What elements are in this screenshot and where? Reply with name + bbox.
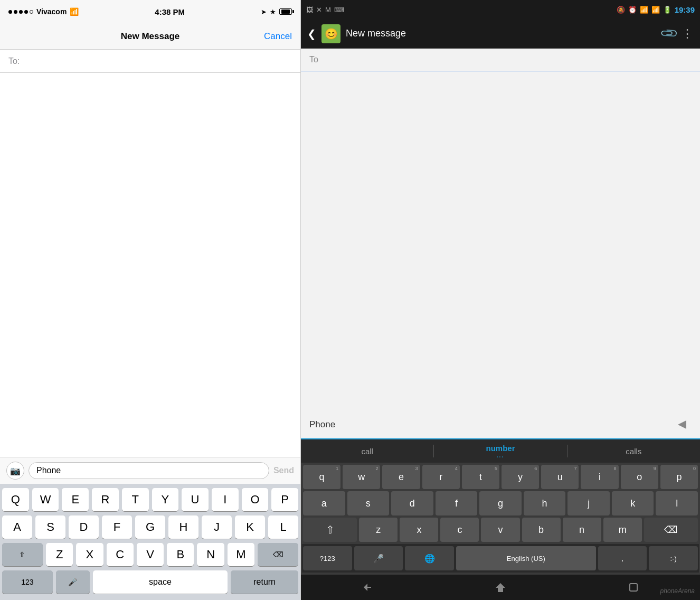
ios-key-row-4: 123 🎤 space return xyxy=(0,570,300,594)
ios-key-c[interactable]: C xyxy=(107,543,134,566)
android-globe-key[interactable]: 🌐 xyxy=(405,546,454,570)
android-mic-key[interactable]: 🎤 xyxy=(354,546,403,570)
ios-cancel-button[interactable]: Cancel xyxy=(264,31,292,42)
android-period-key[interactable]: . xyxy=(598,546,647,570)
ios-mic-key[interactable]: 🎤 xyxy=(56,570,90,594)
android-numbers-key[interactable]: ?123 xyxy=(303,546,352,570)
android-key-h[interactable]: h xyxy=(524,491,566,515)
ios-delete-key[interactable]: ⌫ xyxy=(258,543,298,566)
dot-3 xyxy=(19,10,23,14)
ios-key-r[interactable]: R xyxy=(92,488,119,511)
android-key-i[interactable]: 8i xyxy=(581,465,618,489)
android-key-t[interactable]: 5t xyxy=(462,465,499,489)
android-key-y[interactable]: 6y xyxy=(502,465,539,489)
ios-message-input[interactable] xyxy=(29,462,269,479)
ios-key-x[interactable]: X xyxy=(76,543,103,566)
nav-recent-icon xyxy=(628,582,639,593)
ios-key-u[interactable]: U xyxy=(182,488,209,511)
android-key-n[interactable]: n xyxy=(563,518,601,542)
android-nav-back[interactable] xyxy=(301,582,434,593)
ios-key-m[interactable]: M xyxy=(228,543,254,566)
ios-key-w[interactable]: W xyxy=(32,488,59,511)
ios-shift-key[interactable]: ⇧ xyxy=(2,543,43,566)
ios-to-input[interactable] xyxy=(22,57,292,66)
android-shift-key[interactable]: ⇧ xyxy=(303,518,357,542)
android-phone-input[interactable] xyxy=(309,419,668,430)
autocomplete-number[interactable]: number ... xyxy=(434,444,566,458)
android-key-v[interactable]: v xyxy=(481,518,519,542)
android-screen: 🖼 ✕ M ⌨ 🔕 ⏰ 📶 📶 🔋 19:39 ❮ 😊 New message … xyxy=(301,0,700,600)
battery-icon xyxy=(279,8,292,15)
ios-key-i[interactable]: I xyxy=(212,488,239,511)
android-status-right: 🔕 ⏰ 📶 📶 🔋 19:39 xyxy=(617,5,695,14)
ios-key-row-1: Q W E R T Y U I O P xyxy=(0,488,300,511)
ios-send-button[interactable]: Send xyxy=(273,466,294,475)
ios-key-n[interactable]: N xyxy=(197,543,224,566)
android-nav-home[interactable] xyxy=(434,582,567,593)
ios-key-p[interactable]: P xyxy=(271,488,298,511)
ios-key-g[interactable]: G xyxy=(135,515,165,539)
android-key-g[interactable]: g xyxy=(479,491,522,515)
android-key-f[interactable]: f xyxy=(436,491,478,515)
battery-fill xyxy=(281,10,289,14)
android-key-p[interactable]: 0p xyxy=(660,465,698,489)
ios-time: 4:38 PM xyxy=(155,7,185,16)
android-key-row-4: ?123 🎤 🌐 English (US) . :-) xyxy=(302,544,699,573)
ios-key-y[interactable]: Y xyxy=(152,488,179,511)
nav-home-icon xyxy=(495,582,506,593)
ios-nav-bar: New Message Cancel xyxy=(0,23,300,50)
ios-key-q[interactable]: Q xyxy=(2,488,29,511)
android-key-j[interactable]: j xyxy=(567,491,610,515)
ios-key-v[interactable]: V xyxy=(137,543,164,566)
android-keyboard-icon: ⌨ xyxy=(334,6,344,14)
ios-key-s[interactable]: S xyxy=(35,515,65,539)
android-delete-key[interactable]: ⌫ xyxy=(644,518,698,542)
android-attach-button[interactable]: 📎 xyxy=(659,24,679,43)
autocomplete-call[interactable]: call xyxy=(301,447,433,456)
android-key-u[interactable]: 7u xyxy=(541,465,579,489)
ios-nav-title: New Message xyxy=(121,31,180,42)
ios-key-d[interactable]: D xyxy=(69,515,99,539)
android-send-button[interactable] xyxy=(673,415,692,434)
android-key-l[interactable]: l xyxy=(656,491,698,515)
android-key-a[interactable]: a xyxy=(303,491,345,515)
ios-key-k[interactable]: K xyxy=(235,515,265,539)
autocomplete-calls[interactable]: calls xyxy=(567,447,700,456)
android-title: New message xyxy=(346,28,657,39)
android-key-c[interactable]: c xyxy=(440,518,479,542)
android-key-m[interactable]: m xyxy=(603,518,642,542)
ios-space-key[interactable]: space xyxy=(93,570,228,594)
android-key-z[interactable]: z xyxy=(359,518,398,542)
ios-key-o[interactable]: O xyxy=(242,488,269,511)
android-key-w[interactable]: 2w xyxy=(343,465,380,489)
ios-key-a[interactable]: A xyxy=(2,515,32,539)
android-key-d[interactable]: d xyxy=(391,491,433,515)
android-key-x[interactable]: x xyxy=(400,518,438,542)
nav-back-icon xyxy=(362,582,373,593)
android-key-e[interactable]: 3e xyxy=(382,465,420,489)
android-key-r[interactable]: 4r xyxy=(422,465,460,489)
android-key-b[interactable]: b xyxy=(522,518,561,542)
android-key-s[interactable]: s xyxy=(347,491,390,515)
android-more-button[interactable]: ⋮ xyxy=(682,27,694,41)
android-key-o[interactable]: 9o xyxy=(621,465,658,489)
android-key-k[interactable]: k xyxy=(612,491,654,515)
android-key-q[interactable]: 1q xyxy=(303,465,340,489)
android-emoji-key[interactable]: :-) xyxy=(649,546,698,570)
ios-return-key[interactable]: return xyxy=(231,570,298,594)
ios-key-h[interactable]: H xyxy=(168,515,198,539)
dot-4 xyxy=(24,10,28,14)
ios-key-j[interactable]: J xyxy=(202,515,232,539)
ios-key-z[interactable]: Z xyxy=(46,543,73,566)
ios-camera-button[interactable]: 📷 xyxy=(6,462,24,480)
android-nav-bar xyxy=(301,575,700,600)
ios-numbers-key[interactable]: 123 xyxy=(2,570,53,594)
ios-key-t[interactable]: T xyxy=(122,488,149,511)
android-back-button[interactable]: ❮ xyxy=(307,27,316,40)
ios-key-l[interactable]: L xyxy=(268,515,298,539)
android-to-field[interactable]: To xyxy=(301,49,700,71)
ios-key-e[interactable]: E xyxy=(62,488,89,511)
android-space-key[interactable]: English (US) xyxy=(456,546,596,570)
ios-key-b[interactable]: B xyxy=(167,543,194,566)
ios-key-f[interactable]: F xyxy=(102,515,132,539)
